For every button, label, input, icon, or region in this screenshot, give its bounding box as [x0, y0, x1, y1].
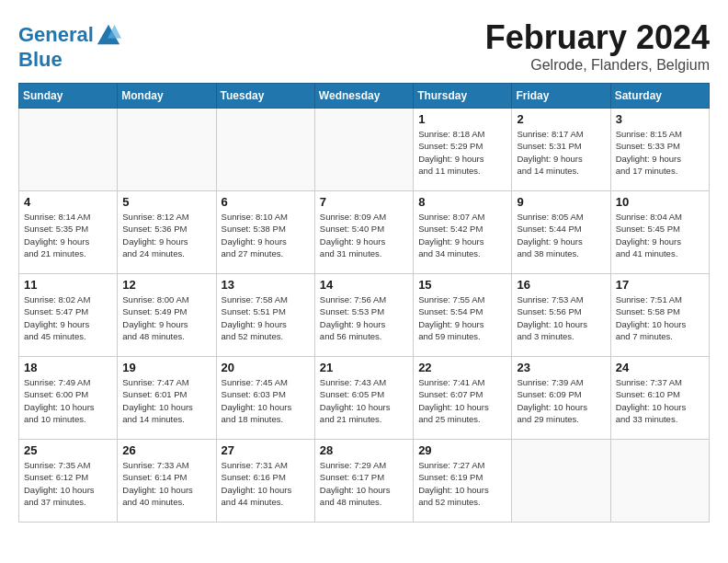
logo-text2: Blue — [18, 49, 121, 71]
calendar-cell: 24Sunrise: 7:37 AM Sunset: 6:10 PM Dayli… — [610, 357, 709, 440]
weekday-header-monday: Monday — [118, 84, 216, 109]
calendar-cell: 2Sunrise: 8:17 AM Sunset: 5:31 PM Daylig… — [512, 109, 610, 191]
calendar-cell: 14Sunrise: 7:56 AM Sunset: 5:53 PM Dayli… — [314, 274, 413, 357]
calendar-cell: 19Sunrise: 7:47 AM Sunset: 6:01 PM Dayli… — [118, 357, 216, 440]
day-number: 8 — [418, 195, 506, 209]
calendar-cell: 4Sunrise: 8:14 AM Sunset: 5:35 PM Daylig… — [19, 191, 118, 274]
day-number: 21 — [320, 361, 408, 374]
calendar-cell: 28Sunrise: 7:29 AM Sunset: 6:17 PM Dayli… — [314, 440, 413, 523]
calendar-cell: 29Sunrise: 7:27 AM Sunset: 6:19 PM Dayli… — [414, 440, 512, 523]
day-info: Sunrise: 7:51 AM Sunset: 5:58 PM Dayligh… — [616, 293, 704, 342]
day-info: Sunrise: 7:41 AM Sunset: 6:07 PM Dayligh… — [418, 376, 506, 425]
calendar-cell: 25Sunrise: 7:35 AM Sunset: 6:12 PM Dayli… — [19, 440, 118, 523]
calendar-cell: 20Sunrise: 7:45 AM Sunset: 6:03 PM Dayli… — [216, 357, 314, 440]
logo: General Blue — [18, 23, 121, 71]
calendar-cell: 10Sunrise: 8:04 AM Sunset: 5:45 PM Dayli… — [610, 191, 709, 274]
day-info: Sunrise: 7:45 AM Sunset: 6:03 PM Dayligh… — [222, 376, 310, 425]
day-info: Sunrise: 8:17 AM Sunset: 5:31 PM Dayligh… — [517, 128, 605, 177]
calendar-cell: 18Sunrise: 7:49 AM Sunset: 6:00 PM Dayli… — [19, 357, 118, 440]
calendar-cell: 26Sunrise: 7:33 AM Sunset: 6:14 PM Dayli… — [118, 440, 216, 523]
calendar-cell — [118, 109, 216, 191]
day-number: 20 — [222, 361, 310, 374]
calendar-cell — [216, 109, 314, 191]
calendar-cell: 11Sunrise: 8:02 AM Sunset: 5:47 PM Dayli… — [19, 274, 118, 357]
day-number: 25 — [24, 443, 112, 457]
day-info: Sunrise: 8:00 AM Sunset: 5:49 PM Dayligh… — [122, 293, 210, 342]
day-number: 1 — [418, 112, 506, 126]
week-row-5: 25Sunrise: 7:35 AM Sunset: 6:12 PM Dayli… — [19, 440, 710, 523]
day-info: Sunrise: 7:37 AM Sunset: 6:10 PM Dayligh… — [616, 376, 704, 425]
day-number: 14 — [320, 278, 408, 292]
day-number: 9 — [517, 195, 605, 209]
calendar-cell: 16Sunrise: 7:53 AM Sunset: 5:56 PM Dayli… — [512, 274, 610, 357]
calendar-cell — [314, 109, 413, 191]
day-number: 15 — [418, 278, 506, 292]
day-number: 23 — [517, 361, 605, 374]
calendar-cell: 23Sunrise: 7:39 AM Sunset: 6:09 PM Dayli… — [512, 357, 610, 440]
day-info: Sunrise: 8:15 AM Sunset: 5:33 PM Dayligh… — [616, 128, 704, 177]
day-number: 4 — [24, 195, 112, 209]
day-number: 3 — [616, 112, 704, 126]
day-info: Sunrise: 8:10 AM Sunset: 5:38 PM Dayligh… — [222, 211, 310, 259]
month-year: February 2024 — [485, 18, 710, 57]
weekday-header-sunday: Sunday — [19, 84, 118, 109]
day-number: 28 — [320, 443, 408, 457]
calendar-cell: 15Sunrise: 7:55 AM Sunset: 5:54 PM Dayli… — [414, 274, 512, 357]
location: Gelrode, Flanders, Belgium — [485, 57, 710, 74]
day-number: 26 — [122, 443, 210, 457]
day-number: 11 — [24, 278, 112, 292]
weekday-header-wednesday: Wednesday — [314, 84, 413, 109]
day-number: 22 — [418, 361, 506, 374]
day-info: Sunrise: 7:43 AM Sunset: 6:05 PM Dayligh… — [320, 376, 408, 425]
day-info: Sunrise: 7:39 AM Sunset: 6:09 PM Dayligh… — [517, 376, 605, 425]
day-number: 12 — [122, 278, 210, 292]
day-info: Sunrise: 7:53 AM Sunset: 5:56 PM Dayligh… — [517, 293, 605, 342]
day-info: Sunrise: 8:18 AM Sunset: 5:29 PM Dayligh… — [418, 128, 506, 177]
calendar-cell: 1Sunrise: 8:18 AM Sunset: 5:29 PM Daylig… — [414, 109, 512, 191]
calendar-cell: 21Sunrise: 7:43 AM Sunset: 6:05 PM Dayli… — [314, 357, 413, 440]
header: General Blue February 2024 Gelrode, Flan… — [18, 18, 710, 74]
calendar-cell: 5Sunrise: 8:12 AM Sunset: 5:36 PM Daylig… — [118, 191, 216, 274]
day-number: 29 — [418, 443, 506, 457]
weekday-header-friday: Friday — [512, 84, 610, 109]
day-info: Sunrise: 7:31 AM Sunset: 6:16 PM Dayligh… — [222, 459, 310, 508]
weekday-header-tuesday: Tuesday — [216, 84, 314, 109]
calendar-cell — [19, 109, 118, 191]
week-row-3: 11Sunrise: 8:02 AM Sunset: 5:47 PM Dayli… — [19, 274, 710, 357]
day-number: 13 — [222, 278, 310, 292]
day-number: 6 — [222, 195, 310, 209]
weekday-header-saturday: Saturday — [610, 84, 709, 109]
day-info: Sunrise: 7:29 AM Sunset: 6:17 PM Dayligh… — [320, 459, 408, 508]
day-number: 2 — [517, 112, 605, 126]
calendar-cell: 8Sunrise: 8:07 AM Sunset: 5:42 PM Daylig… — [414, 191, 512, 274]
calendar-cell: 9Sunrise: 8:05 AM Sunset: 5:44 PM Daylig… — [512, 191, 610, 274]
day-info: Sunrise: 7:55 AM Sunset: 5:54 PM Dayligh… — [418, 293, 506, 342]
day-info: Sunrise: 8:09 AM Sunset: 5:40 PM Dayligh… — [320, 211, 408, 259]
calendar-cell: 12Sunrise: 8:00 AM Sunset: 5:49 PM Dayli… — [118, 274, 216, 357]
calendar-cell: 6Sunrise: 8:10 AM Sunset: 5:38 PM Daylig… — [216, 191, 314, 274]
calendar-cell: 17Sunrise: 7:51 AM Sunset: 5:58 PM Dayli… — [610, 274, 709, 357]
logo-text: General — [18, 23, 121, 49]
day-number: 7 — [320, 195, 408, 209]
day-number: 27 — [222, 443, 310, 457]
day-number: 16 — [517, 278, 605, 292]
calendar-cell — [610, 440, 709, 523]
day-info: Sunrise: 7:35 AM Sunset: 6:12 PM Dayligh… — [24, 459, 112, 508]
day-number: 10 — [616, 195, 704, 209]
day-info: Sunrise: 8:07 AM Sunset: 5:42 PM Dayligh… — [418, 211, 506, 259]
calendar-cell: 22Sunrise: 7:41 AM Sunset: 6:07 PM Dayli… — [414, 357, 512, 440]
day-info: Sunrise: 7:33 AM Sunset: 6:14 PM Dayligh… — [122, 459, 210, 508]
calendar-body: 1Sunrise: 8:18 AM Sunset: 5:29 PM Daylig… — [19, 109, 710, 523]
day-number: 17 — [616, 278, 704, 292]
day-info: Sunrise: 7:56 AM Sunset: 5:53 PM Dayligh… — [320, 293, 408, 342]
day-info: Sunrise: 7:58 AM Sunset: 5:51 PM Dayligh… — [222, 293, 310, 342]
day-info: Sunrise: 8:04 AM Sunset: 5:45 PM Dayligh… — [616, 211, 704, 259]
week-row-2: 4Sunrise: 8:14 AM Sunset: 5:35 PM Daylig… — [19, 191, 710, 274]
day-info: Sunrise: 8:05 AM Sunset: 5:44 PM Dayligh… — [517, 211, 605, 259]
day-info: Sunrise: 7:49 AM Sunset: 6:00 PM Dayligh… — [24, 376, 112, 425]
day-info: Sunrise: 8:12 AM Sunset: 5:36 PM Dayligh… — [122, 211, 210, 259]
calendar-table: SundayMondayTuesdayWednesdayThursdayFrid… — [18, 83, 710, 523]
calendar-cell: 7Sunrise: 8:09 AM Sunset: 5:40 PM Daylig… — [314, 191, 413, 274]
weekday-header-thursday: Thursday — [414, 84, 512, 109]
day-info: Sunrise: 8:02 AM Sunset: 5:47 PM Dayligh… — [24, 293, 112, 342]
